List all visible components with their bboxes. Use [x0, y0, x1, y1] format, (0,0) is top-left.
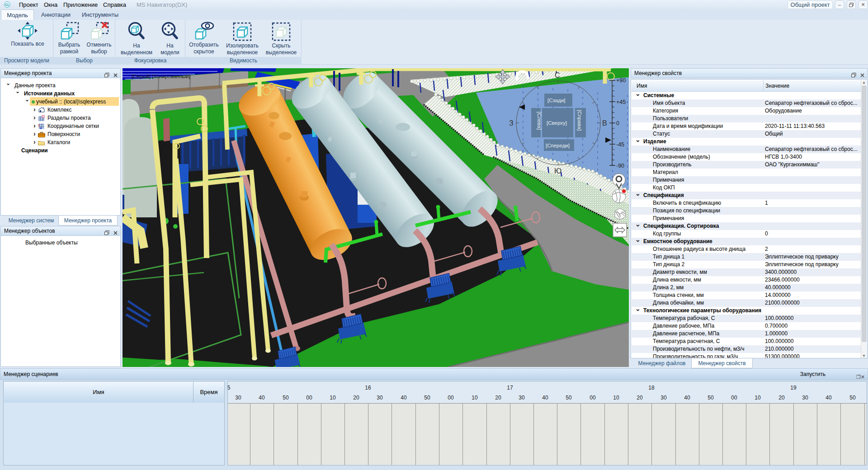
svg-text:[Спереди]: [Спереди]: [546, 143, 570, 148]
svg-text:В: В: [602, 119, 607, 127]
svg-text:С: С: [555, 71, 560, 79]
svg-text:-45: -45: [616, 141, 624, 148]
svg-text:Ю: Ю: [554, 167, 561, 175]
svg-text:[Серый] [Тонированный]: [Серый] [Тонированный]: [132, 74, 190, 79]
svg-text:А: А: [40, 127, 42, 129]
svg-text:[Слева]: [Слева]: [537, 112, 542, 130]
svg-text:-90: -90: [616, 163, 624, 169]
svg-text:[Сверху]: [Сверху]: [547, 120, 567, 126]
svg-text:[Справа]: [Справа]: [577, 110, 582, 131]
svg-text:0: 0: [616, 120, 619, 127]
svg-text:+45: +45: [616, 99, 626, 105]
svg-text:[Сзади]: [Сзади]: [547, 98, 566, 103]
svg-text:+90: +90: [616, 77, 626, 84]
svg-text:З: З: [509, 119, 514, 127]
